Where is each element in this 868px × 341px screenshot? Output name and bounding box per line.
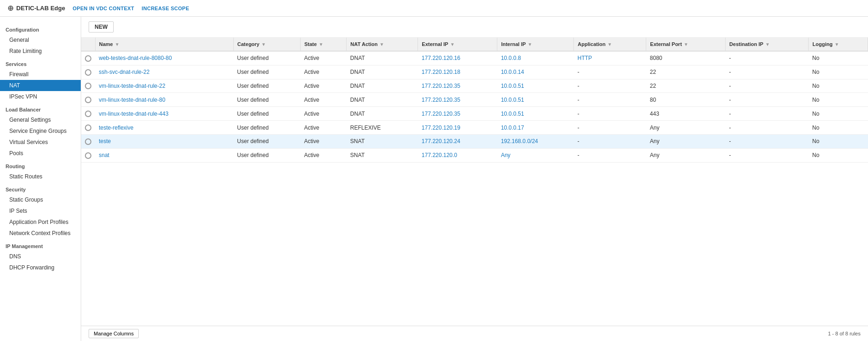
sidebar-item-virtual-services[interactable]: Virtual Services (0, 137, 81, 148)
row-select-0[interactable] (81, 51, 95, 65)
link-application[interactable]: HTTP (578, 55, 592, 61)
link-internal_ip[interactable]: 10.0.0.51 (501, 111, 524, 117)
col-header-category[interactable]: Category▼ (233, 38, 300, 51)
link-name[interactable]: teste-reflexive (99, 125, 134, 131)
col-header-name[interactable]: Name▼ (95, 38, 233, 51)
cell-external_ip[interactable]: 177.220.120.0 (418, 148, 497, 162)
cell-external_ip[interactable]: 177.220.120.35 (418, 93, 497, 107)
radio-button[interactable] (85, 138, 91, 145)
cell-internal_ip[interactable]: 10.0.0.17 (497, 121, 574, 135)
cell-external_ip[interactable]: 177.220.120.35 (418, 79, 497, 93)
link-name[interactable]: vm-linux-teste-dnat-rule-80 (99, 97, 165, 103)
sidebar-item-service-engine-groups[interactable]: Service Engine Groups (0, 125, 81, 137)
row-select-3[interactable] (81, 93, 95, 107)
cell-internal_ip[interactable]: 10.0.0.51 (497, 93, 574, 107)
cell-external_ip[interactable]: 177.220.120.24 (418, 134, 497, 148)
filter-icon-internal-ip[interactable]: ▼ (527, 42, 532, 47)
row-select-4[interactable] (81, 107, 95, 121)
cell-external_ip[interactable]: 177.220.120.19 (418, 121, 497, 135)
col-header-destination-ip[interactable]: Destination IP▼ (726, 38, 809, 51)
col-header-external-ip[interactable]: External IP▼ (418, 38, 497, 51)
cell-internal_ip[interactable]: 10.0.0.8 (497, 51, 574, 65)
sidebar-item-ip-sets[interactable]: IP Sets (0, 205, 81, 216)
sidebar-item-nat[interactable]: NAT (0, 80, 81, 91)
filter-icon-external-ip[interactable]: ▼ (450, 42, 455, 47)
table-row[interactable]: teste-reflexiveUser definedActiveREFLEXI… (81, 121, 868, 135)
sidebar-item-static-routes[interactable]: Static Routes (0, 171, 81, 182)
table-row[interactable]: testeUser definedActiveSNAT177.220.120.2… (81, 134, 868, 148)
filter-icon-logging[interactable]: ▼ (835, 42, 839, 47)
table-row[interactable]: ssh-svc-dnat-rule-22User definedActiveDN… (81, 65, 868, 79)
link-internal_ip[interactable]: Any (501, 152, 511, 158)
col-header-external-port[interactable]: External Port▼ (646, 38, 726, 51)
sidebar-item-general[interactable]: General (0, 34, 81, 46)
sidebar-item-firewall[interactable]: Firewall (0, 69, 81, 80)
sidebar-item-ipsec-vpn[interactable]: IPSec VPN (0, 91, 81, 102)
manage-columns-button[interactable]: Manage Columns (89, 329, 139, 338)
radio-button[interactable] (85, 55, 91, 62)
filter-icon-destination-ip[interactable]: ▼ (765, 42, 770, 47)
link-name[interactable]: ssh-svc-dnat-rule-22 (99, 69, 149, 75)
cell-name[interactable]: vm-linux-teste-dnat-rule-80 (95, 93, 233, 107)
cell-internal_ip[interactable]: 10.0.0.51 (497, 107, 574, 121)
radio-button[interactable] (85, 111, 91, 117)
link-external_ip[interactable]: 177.220.120.16 (422, 55, 460, 61)
cell-internal_ip[interactable]: Any (497, 148, 574, 162)
link-name[interactable]: vm-linux-teste-dnat-rule-22 (99, 83, 165, 89)
filter-icon-nat-action[interactable]: ▼ (379, 42, 384, 47)
filter-icon-external-port[interactable]: ▼ (684, 42, 688, 47)
link-name[interactable]: snat (99, 152, 109, 158)
col-header-internal-ip[interactable]: Internal IP▼ (497, 38, 574, 51)
row-select-7[interactable] (81, 148, 95, 162)
link-name[interactable]: teste (99, 138, 111, 144)
cell-name[interactable]: teste (95, 134, 233, 148)
link-name[interactable]: vm-linux-teste-dnat-rule-443 (99, 111, 168, 117)
link-external_ip[interactable]: 177.220.120.35 (422, 83, 460, 89)
open-vdc-link[interactable]: OPEN IN VDC CONTEXT (72, 6, 134, 11)
cell-internal_ip[interactable]: 10.0.0.14 (497, 65, 574, 79)
cell-name[interactable]: vm-linux-teste-dnat-rule-22 (95, 79, 233, 93)
row-select-2[interactable] (81, 79, 95, 93)
radio-button[interactable] (85, 152, 91, 159)
row-select-5[interactable] (81, 121, 95, 135)
row-select-6[interactable] (81, 134, 95, 148)
cell-internal_ip[interactable]: 192.168.0.0/24 (497, 134, 574, 148)
col-header-state[interactable]: State▼ (300, 38, 346, 51)
col-header-application[interactable]: Application▼ (574, 38, 646, 51)
link-name[interactable]: web-testes-dnat-rule-8080-80 (99, 55, 172, 61)
link-external_ip[interactable]: 177.220.120.0 (422, 152, 457, 158)
link-external_ip[interactable]: 177.220.120.18 (422, 69, 460, 75)
link-internal_ip[interactable]: 10.0.0.17 (501, 125, 524, 131)
table-row[interactable]: vm-linux-teste-dnat-rule-22User definedA… (81, 79, 868, 93)
radio-button[interactable] (85, 125, 91, 131)
sidebar-item-dns[interactable]: DNS (0, 251, 81, 262)
filter-icon-application[interactable]: ▼ (607, 42, 612, 47)
cell-name[interactable]: vm-linux-teste-dnat-rule-443 (95, 107, 233, 121)
table-row[interactable]: web-testes-dnat-rule-8080-80User defined… (81, 51, 868, 65)
cell-internal_ip[interactable]: 10.0.0.51 (497, 79, 574, 93)
col-header-logging[interactable]: Logging▼ (809, 38, 868, 51)
sidebar-item-dhcp-forwarding[interactable]: DHCP Forwarding (0, 262, 81, 273)
link-internal_ip[interactable]: 192.168.0.0/24 (501, 138, 538, 144)
sidebar-item-static-groups[interactable]: Static Groups (0, 194, 81, 205)
cell-external_ip[interactable]: 177.220.120.18 (418, 65, 497, 79)
cell-name[interactable]: ssh-svc-dnat-rule-22 (95, 65, 233, 79)
radio-button[interactable] (85, 83, 91, 89)
filter-icon-name[interactable]: ▼ (115, 42, 119, 47)
radio-button[interactable] (85, 69, 91, 76)
cell-application[interactable]: HTTP (574, 51, 646, 65)
new-button[interactable]: NEW (89, 21, 114, 33)
row-select-1[interactable] (81, 65, 95, 79)
sidebar-item-rate-limiting[interactable]: Rate Limiting (0, 46, 81, 57)
filter-icon-category[interactable]: ▼ (261, 42, 266, 47)
table-row[interactable]: vm-linux-teste-dnat-rule-80User definedA… (81, 93, 868, 107)
cell-name[interactable]: snat (95, 148, 233, 162)
table-row[interactable]: vm-linux-teste-dnat-rule-443User defined… (81, 107, 868, 121)
link-external_ip[interactable]: 177.220.120.19 (422, 125, 460, 131)
cell-external_ip[interactable]: 177.220.120.16 (418, 51, 497, 65)
sidebar-item-general-settings[interactable]: General Settings (0, 114, 81, 125)
link-external_ip[interactable]: 177.220.120.35 (422, 111, 460, 117)
link-external_ip[interactable]: 177.220.120.35 (422, 97, 460, 103)
filter-icon-state[interactable]: ▼ (319, 42, 323, 47)
increase-scope-link[interactable]: INCREASE SCOPE (141, 6, 189, 11)
